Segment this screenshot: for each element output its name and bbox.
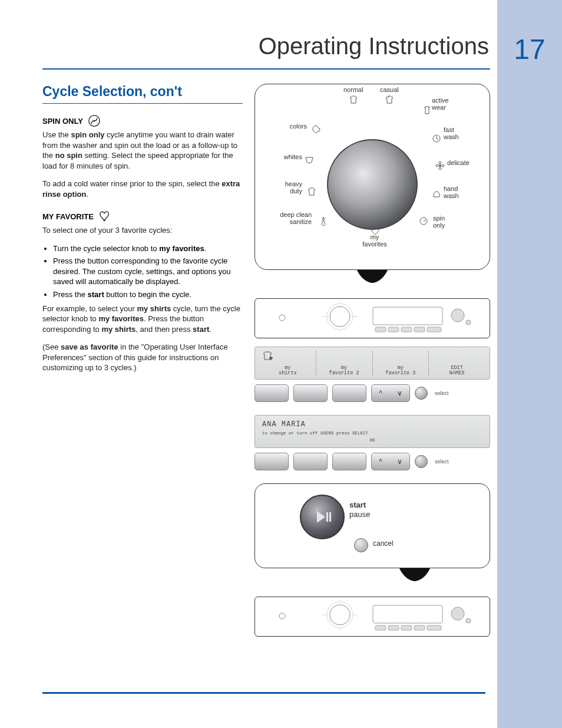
- dial-label-heavy-duty: heavy duty: [269, 181, 302, 195]
- svg-rect-28: [401, 625, 412, 630]
- my-favorite-steps: Turn the cycle selector knob to my favor…: [42, 243, 243, 300]
- lcd-user-ok: OK: [262, 438, 482, 443]
- dial-label-active-wear: active wear: [432, 97, 449, 111]
- svg-rect-13: [375, 327, 386, 332]
- callout-pointer-icon: [254, 270, 490, 284]
- dial-label-colors: colors: [281, 123, 307, 130]
- subhead-spin-only-text: SPIN ONLY: [42, 117, 83, 126]
- svg-rect-20: [326, 512, 328, 522]
- my-favorite-note: (See save as favorite in the "Operating …: [42, 342, 243, 373]
- chevron-down-icon: ∨: [397, 457, 402, 466]
- thermometer-icon: [319, 216, 328, 226]
- start-pause-cancel-illustration: start pause cancel: [254, 483, 490, 568]
- select-button[interactable]: [415, 387, 428, 400]
- flower-icon: [435, 161, 445, 170]
- cancel-button[interactable]: [354, 538, 368, 552]
- lcd-user-hint: to change or turn off USERS press SELECT: [262, 431, 482, 436]
- dial-label-normal: normal: [343, 87, 363, 106]
- heart-outline-icon: [98, 210, 111, 223]
- lcd-user-display: ANA MARIA to change or turn off USERS pr…: [254, 415, 490, 448]
- start-pause-labels: start pause: [349, 500, 370, 520]
- chevron-down-icon: ∨: [397, 389, 402, 397]
- lcd-seg-fav3: myfavorite 3: [373, 351, 429, 375]
- list-item: Press the button corresponding to the fa…: [53, 256, 243, 287]
- svg-rect-25: [373, 605, 442, 623]
- svg-point-31: [451, 607, 464, 620]
- lcd-favorites-display: myshirts myfavorite 2 myfavorite 3 EDITN…: [254, 347, 490, 380]
- svg-rect-16: [414, 327, 425, 332]
- option-button-2[interactable]: [293, 384, 328, 402]
- svg-point-4: [439, 162, 441, 164]
- page-title: Operating Instructions: [171, 33, 489, 60]
- header-rule: [42, 68, 490, 70]
- svg-point-32: [466, 618, 471, 623]
- palette-icon: [312, 124, 321, 134]
- shirt-heart-icon: [262, 351, 275, 363]
- footer-rule: [42, 692, 485, 694]
- clock-icon: [432, 134, 441, 143]
- subhead-my-favorite-text: MY FAVORITE: [42, 212, 94, 221]
- my-favorite-example: For example, to select your my shirts cy…: [42, 304, 243, 335]
- option-button-1[interactable]: [254, 384, 289, 402]
- tank-icon: [422, 106, 432, 115]
- svg-point-9: [279, 315, 285, 321]
- select-button-b[interactable]: [415, 455, 428, 468]
- svg-point-3: [439, 164, 441, 167]
- dial-label-deep-clean: deep clean sanitize: [265, 212, 312, 225]
- option-button-1b[interactable]: [254, 453, 289, 470]
- cancel-label: cancel: [373, 539, 394, 548]
- svg-rect-29: [414, 625, 425, 630]
- polo-icon: [385, 95, 394, 104]
- option-button-3[interactable]: [332, 384, 366, 402]
- spiral-icon: [88, 114, 101, 127]
- start-pause-button[interactable]: [300, 495, 345, 539]
- button-row-2: ^ ∨ select: [254, 453, 490, 470]
- dial-label-spin-only: spin only: [433, 215, 445, 229]
- svg-point-18: [451, 309, 464, 322]
- svg-point-24: [327, 602, 353, 628]
- lcd-seg-my-shirts: myshirts: [260, 351, 316, 375]
- svg-point-1: [93, 120, 95, 122]
- subhead-my-favorite: MY FAVORITE: [42, 210, 243, 223]
- dial-label-whites: whites: [273, 154, 302, 161]
- lcd-seg-edit-names: EDITNAMES: [429, 351, 485, 375]
- svg-rect-17: [427, 327, 441, 332]
- dial-label-hand-wash: hand wash: [444, 186, 459, 199]
- option-button-2b[interactable]: [293, 453, 328, 470]
- dial-label-casual: casual: [380, 87, 399, 106]
- svg-point-22: [279, 613, 285, 619]
- heavy-shirt-icon: [307, 187, 316, 196]
- list-item: Turn the cycle selector knob to my favor…: [53, 243, 243, 254]
- svg-rect-26: [375, 625, 386, 630]
- svg-rect-21: [329, 512, 331, 522]
- cycle-dial-knob[interactable]: [327, 139, 418, 230]
- spin-only-p1: Use the spin only cycle anytime you want…: [42, 130, 243, 171]
- svg-point-19: [466, 320, 471, 325]
- svg-rect-30: [427, 625, 441, 630]
- option-button-3b[interactable]: [332, 453, 366, 470]
- chevron-up-icon: ^: [379, 457, 382, 466]
- page-number: 17: [497, 33, 562, 65]
- brief-icon: [305, 155, 314, 164]
- select-label-b: select: [435, 459, 449, 465]
- callout-pointer-icon-2: [254, 568, 490, 582]
- section-title: Cycle Selection, con't: [42, 84, 243, 104]
- heart-small-icon: [371, 227, 380, 236]
- up-down-rocker-b[interactable]: ^ ∨: [371, 453, 410, 470]
- shirt-icon: [349, 95, 358, 104]
- control-panel-mini-2: [254, 597, 490, 637]
- svg-rect-15: [401, 327, 412, 332]
- svg-point-10: [330, 307, 350, 327]
- subhead-spin-only: SPIN ONLY: [42, 114, 243, 127]
- hand-icon: [432, 189, 441, 199]
- cycle-dial-illustration: normal casual active wear fast wash deli…: [254, 84, 490, 270]
- button-row-1: ^ ∨ select: [254, 384, 490, 402]
- svg-rect-12: [373, 307, 442, 325]
- svg-rect-27: [388, 625, 399, 630]
- dial-label-delicate: delicate: [447, 160, 470, 167]
- dial-label-fast-wash: fast wash: [444, 127, 459, 140]
- spiral-small-icon: [419, 216, 428, 226]
- lcd-user-name: ANA MARIA: [262, 420, 482, 429]
- chevron-up-icon: ^: [379, 389, 382, 397]
- up-down-rocker[interactable]: ^ ∨: [371, 384, 410, 402]
